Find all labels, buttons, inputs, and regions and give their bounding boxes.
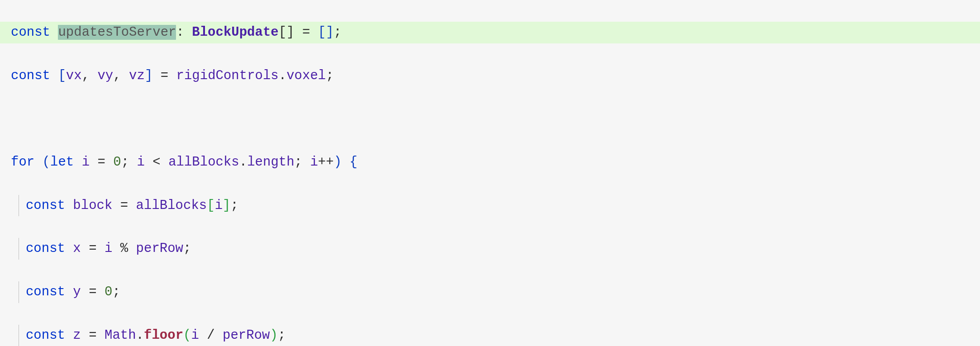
variable-selection: updatesToServer (58, 25, 176, 40)
code-line-2: const [vx, vy, vz] = rigidControls.voxel… (0, 65, 980, 87)
method-floor: floor (144, 328, 183, 343)
type-name: BlockUpdate (192, 25, 278, 40)
keyword-const: const (11, 25, 50, 40)
code-line-4: for (let i = 0; i < allBlocks.length; i+… (0, 152, 980, 173)
code-block: const updatesToServer: BlockUpdate[] = [… (0, 0, 980, 346)
code-line-7: const y = 0; (0, 281, 980, 303)
code-line-6: const x = i % perRow; (0, 238, 980, 260)
code-line-8: const z = Math.floor(i / perRow); (0, 325, 980, 346)
code-line-1: const updatesToServer: BlockUpdate[] = [… (0, 22, 980, 43)
code-line-blank (0, 108, 980, 130)
code-line-5: const block = allBlocks[i]; (0, 195, 980, 217)
